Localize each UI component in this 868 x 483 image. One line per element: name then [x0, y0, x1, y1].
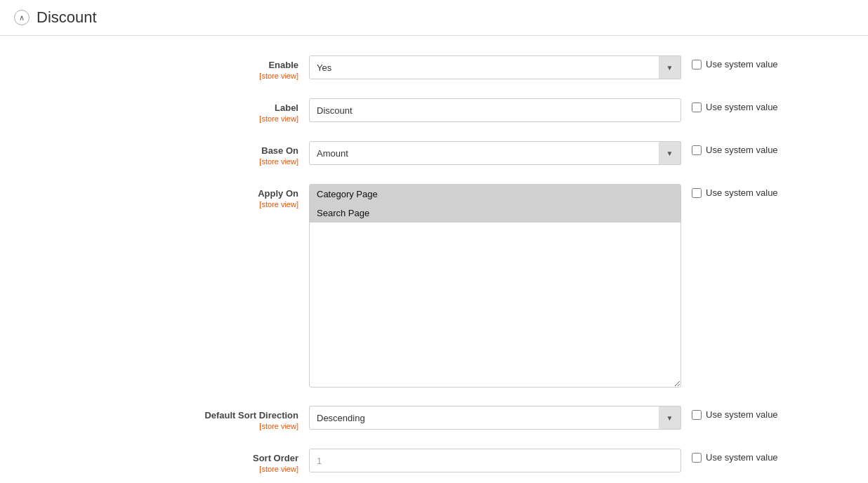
sort-order-scope: [store view] [0, 465, 298, 473]
enable-select[interactable]: Yes No [309, 55, 681, 79]
base-on-system-value-label: Use system value [706, 145, 778, 155]
label-scope: [store view] [0, 114, 298, 123]
enable-row: Enable [store view] Yes No Use system va… [0, 50, 868, 86]
apply-on-label: Apply On [0, 188, 298, 199]
enable-label-col: Enable [store view] [0, 55, 309, 80]
page-title: Discount [37, 8, 97, 27]
enable-system-value-checkbox[interactable] [692, 60, 702, 70]
collapse-icon[interactable] [14, 10, 29, 25]
sort-order-system-value-checkbox[interactable] [692, 453, 702, 463]
enable-system-value-label: Use system value [706, 59, 778, 70]
sort-direction-label-col: Default Sort Direction [store view] [0, 406, 309, 430]
sort-order-input[interactable] [309, 449, 681, 472]
apply-on-system-value-label: Use system value [706, 187, 778, 198]
sort-direction-system-value-label: Use system value [706, 409, 778, 420]
enable-scope: [store view] [0, 72, 298, 80]
base-on-label-col: Base On [store view] [0, 141, 309, 166]
label-label: Label [0, 102, 298, 113]
base-on-scope: [store view] [0, 157, 298, 166]
label-actions: Use system value [681, 98, 778, 112]
enable-actions: Use system value [681, 55, 778, 70]
label-row: Label [store view] Use system value [0, 93, 868, 128]
apply-on-scope: [store view] [0, 200, 298, 209]
apply-on-actions: Use system value [681, 184, 778, 198]
sort-direction-select[interactable]: Descending Ascending [309, 406, 681, 430]
sort-order-row: Sort Order [store view] Use system value [0, 443, 868, 479]
sort-direction-select-wrapper: Descending Ascending [309, 406, 681, 430]
base-on-select-wrapper: Amount Percentage [309, 141, 681, 165]
enable-use-system-value[interactable]: Use system value [692, 59, 778, 70]
form-container: Enable [store view] Yes No Use system va… [0, 36, 868, 483]
apply-on-input-col: Category Page Search Page [309, 184, 681, 388]
label-input[interactable] [309, 98, 681, 122]
base-on-actions: Use system value [681, 141, 778, 155]
enable-label: Enable [0, 60, 298, 70]
enable-input-col: Yes No [309, 55, 681, 79]
apply-on-use-system-value[interactable]: Use system value [692, 187, 778, 198]
base-on-label: Base On [0, 145, 298, 156]
sort-order-actions: Use system value [681, 449, 778, 463]
enable-select-wrapper: Yes No [309, 55, 681, 79]
label-use-system-value[interactable]: Use system value [692, 102, 778, 112]
base-on-use-system-value[interactable]: Use system value [692, 145, 778, 155]
label-label-col: Label [store view] [0, 98, 309, 123]
sort-direction-use-system-value[interactable]: Use system value [692, 409, 778, 420]
label-system-value-checkbox[interactable] [692, 102, 702, 112]
sort-direction-system-value-checkbox[interactable] [692, 410, 702, 420]
base-on-input-col: Amount Percentage [309, 141, 681, 165]
base-on-row: Base On [store view] Amount Percentage U… [0, 135, 868, 171]
label-system-value-label: Use system value [706, 102, 778, 112]
page-header: Discount [0, 0, 868, 36]
apply-on-system-value-checkbox[interactable] [692, 188, 702, 198]
sort-order-label-col: Sort Order [store view] [0, 449, 309, 473]
sort-order-use-system-value[interactable]: Use system value [692, 452, 778, 463]
label-input-col [309, 98, 681, 122]
sort-direction-label: Default Sort Direction [0, 410, 298, 421]
base-on-select[interactable]: Amount Percentage [309, 141, 681, 165]
apply-on-row: Apply On [store view] Category Page Sear… [0, 178, 868, 393]
apply-on-multiselect[interactable]: Category Page Search Page [309, 184, 681, 388]
sort-order-label: Sort Order [0, 453, 298, 463]
sort-direction-scope: [store view] [0, 422, 298, 430]
sort-direction-input-col: Descending Ascending [309, 406, 681, 430]
base-on-system-value-checkbox[interactable] [692, 145, 702, 155]
sort-order-input-col [309, 449, 681, 472]
sort-direction-row: Default Sort Direction [store view] Desc… [0, 400, 868, 436]
sort-direction-actions: Use system value [681, 406, 778, 420]
apply-on-label-col: Apply On [store view] [0, 184, 309, 209]
sort-order-system-value-label: Use system value [706, 452, 778, 463]
